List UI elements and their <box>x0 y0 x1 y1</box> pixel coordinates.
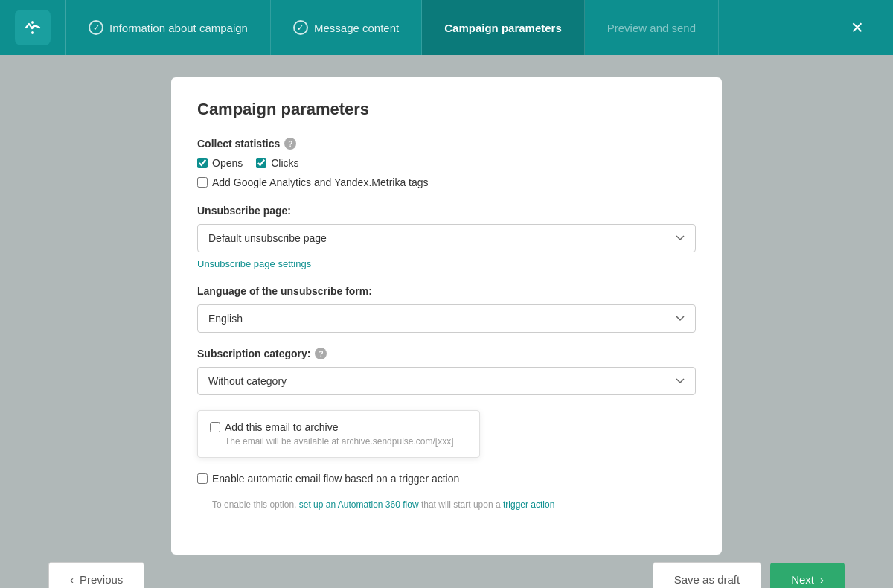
trigger-section: Enable automatic email flow based on a t… <box>197 473 696 510</box>
card-title: Campaign parameters <box>197 100 696 119</box>
close-button[interactable]: × <box>836 0 878 55</box>
save-draft-button[interactable]: Save as draft <box>653 562 761 588</box>
archive-box: Add this email to archive The email will… <box>197 410 480 458</box>
unsubscribe-settings-link[interactable]: Unsubscribe page settings <box>197 258 311 269</box>
collect-statistics-info-icon[interactable]: ? <box>284 138 296 150</box>
language-group: Language of the unsubscribe form: Englis… <box>197 285 696 333</box>
statistics-checkboxes: Opens Clicks <box>197 157 696 169</box>
opens-checkbox[interactable] <box>197 158 208 168</box>
footer-right-buttons: Save as draft Next › <box>653 562 845 588</box>
opens-checkbox-label[interactable]: Opens <box>197 157 243 169</box>
analytics-checkbox[interactable] <box>197 177 208 188</box>
step-check-content: ✓ <box>293 20 308 35</box>
step-params-label: Campaign parameters <box>444 22 562 34</box>
next-chevron-icon: › <box>820 573 824 586</box>
step-check-info: ✓ <box>89 20 103 35</box>
archive-checkbox[interactable] <box>210 422 220 432</box>
app-logo <box>15 10 51 45</box>
step-content[interactable]: ✓ Message content <box>271 0 422 55</box>
subscription-category-group: Subscription category: ? Without categor… <box>197 348 696 395</box>
step-preview[interactable]: Preview and send <box>585 0 719 55</box>
trigger-checkbox-label[interactable]: Enable automatic email flow based on a t… <box>197 473 696 485</box>
unsubscribe-page-group: Unsubscribe page: Default unsubscribe pa… <box>197 205 696 270</box>
automation-360-link[interactable]: set up an Automation 360 flow <box>299 499 419 510</box>
previous-button[interactable]: ‹ Previous <box>48 562 144 588</box>
wizard-steps: ✓ Information about campaign ✓ Message c… <box>66 0 836 55</box>
clicks-checkbox-label[interactable]: Clicks <box>256 157 298 169</box>
next-button[interactable]: Next › <box>770 563 845 588</box>
language-select[interactable]: English <box>197 304 696 333</box>
step-params[interactable]: Campaign parameters <box>422 0 585 55</box>
footer: ‹ Previous Save as draft Next › <box>22 562 871 588</box>
subscription-category-select[interactable]: Without category <box>197 367 696 395</box>
subscription-category-label: Subscription category: ? <box>197 348 696 359</box>
clicks-checkbox[interactable] <box>256 158 266 168</box>
step-info-label: Information about campaign <box>109 22 248 34</box>
previous-chevron-icon: ‹ <box>70 573 74 586</box>
unsubscribe-page-select[interactable]: Default unsubscribe page <box>197 224 696 252</box>
step-information[interactable]: ✓ Information about campaign <box>66 0 271 55</box>
trigger-checkbox[interactable] <box>197 473 208 484</box>
trigger-description: To enable this option, set up an Automat… <box>212 499 696 510</box>
main-content: Campaign parameters Collect statistics ?… <box>0 55 893 588</box>
language-label: Language of the unsubscribe form: <box>197 285 696 297</box>
campaign-params-card: Campaign parameters Collect statistics ?… <box>171 77 722 555</box>
header: ✓ Information about campaign ✓ Message c… <box>0 0 893 55</box>
archive-description: The email will be available at archive.s… <box>225 436 467 447</box>
step-preview-label: Preview and send <box>607 22 696 34</box>
collect-statistics-label: Collect statistics ? <box>197 138 696 150</box>
trigger-action-link[interactable]: trigger action <box>503 499 554 510</box>
subscription-category-info-icon[interactable]: ? <box>315 348 327 359</box>
analytics-checkbox-label[interactable]: Add Google Analytics and Yandex.Metrika … <box>197 176 696 188</box>
unsubscribe-page-label: Unsubscribe page: <box>197 205 696 217</box>
trigger-label-text: Enable automatic email flow based on a t… <box>212 473 459 485</box>
archive-checkbox-label[interactable]: Add this email to archive <box>210 421 467 433</box>
step-content-label: Message content <box>314 22 399 34</box>
archive-checkbox-text: Add this email to archive <box>225 421 339 433</box>
